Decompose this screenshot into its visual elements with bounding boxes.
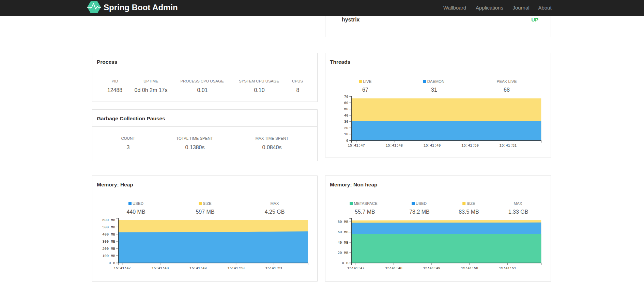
svg-text:100 MB: 100 MB (102, 254, 115, 258)
svg-text:15:41:50: 15:41:50 (461, 266, 478, 270)
svg-text:40: 40 (344, 113, 349, 118)
svg-text:500 MB: 500 MB (102, 225, 115, 229)
svg-text:15:41:47: 15:41:47 (348, 143, 365, 148)
svg-text:60 MB: 60 MB (338, 230, 349, 234)
svg-text:50: 50 (344, 107, 349, 111)
svg-text:15:41:48: 15:41:48 (386, 143, 403, 148)
svg-text:10: 10 (344, 132, 349, 136)
svg-text:15:41:49: 15:41:49 (423, 266, 440, 270)
svg-text:70: 70 (344, 95, 349, 99)
svg-text:20: 20 (344, 126, 349, 130)
svg-text:15:41:49: 15:41:49 (189, 266, 206, 270)
svg-text:300 MB: 300 MB (102, 240, 115, 244)
svg-text:15:41:48: 15:41:48 (152, 266, 169, 270)
svg-text:0 B: 0 B (109, 261, 115, 265)
svg-text:15:41:51: 15:41:51 (499, 266, 516, 270)
svg-text:15:41:48: 15:41:48 (385, 266, 402, 270)
svg-text:60: 60 (344, 101, 349, 105)
svg-text:15:41:47: 15:41:47 (347, 266, 364, 270)
svg-text:400 MB: 400 MB (102, 232, 115, 237)
svg-text:30: 30 (344, 120, 349, 124)
svg-text:0 B: 0 B (342, 261, 348, 265)
svg-text:15:41:50: 15:41:50 (227, 266, 244, 270)
svg-text:15:41:50: 15:41:50 (461, 143, 478, 148)
svg-text:15:41:51: 15:41:51 (500, 143, 517, 148)
svg-text:0: 0 (346, 139, 348, 143)
svg-text:15:41:51: 15:41:51 (265, 266, 282, 270)
svg-text:15:41:49: 15:41:49 (424, 143, 441, 148)
svg-text:20 MB: 20 MB (338, 251, 349, 255)
svg-text:200 MB: 200 MB (102, 247, 115, 251)
svg-text:600 MB: 600 MB (102, 218, 115, 222)
svg-text:40 MB: 40 MB (338, 241, 349, 245)
svg-text:15:41:47: 15:41:47 (113, 266, 131, 270)
svg-text:80 MB: 80 MB (338, 220, 349, 224)
